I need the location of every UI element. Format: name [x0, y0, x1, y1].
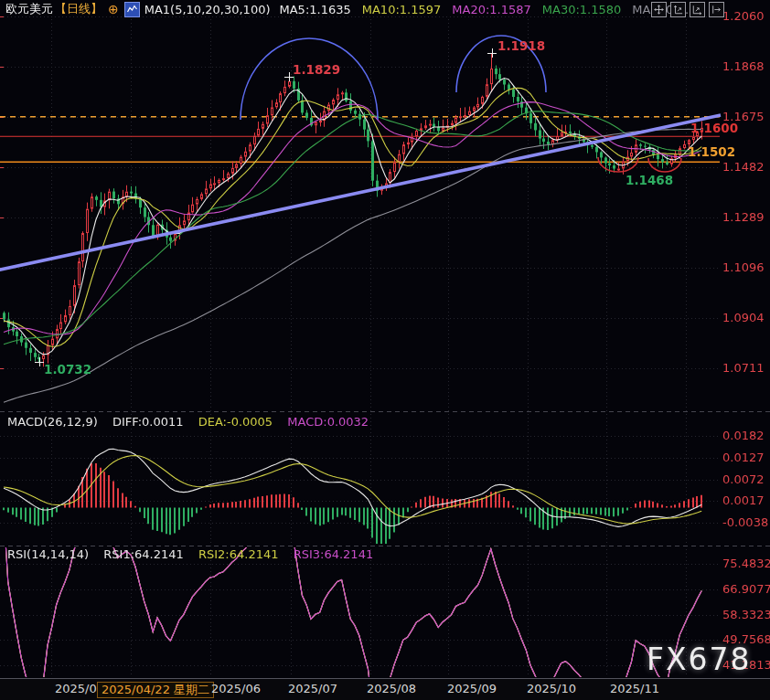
rsi1-value: RSI1:64.2141 [103, 547, 184, 561]
macd-diff-value: DIFF:0.0011 [112, 415, 184, 429]
chart-canvas[interactable] [0, 0, 770, 700]
rsi-header: RSI(14,14,14) RSI1:64.2141 RSI2:64.2141 … [7, 547, 373, 561]
pan-icon[interactable] [651, 2, 667, 17]
macd-tick-label: 0.0072 [722, 472, 765, 486]
time-axis: 2025/042025/04/22 星期二2025/062025/072025/… [0, 678, 770, 700]
macd-dea-value: DEA:-0.0005 [198, 415, 273, 429]
rsi-tick-label: 75.4832 [722, 557, 770, 570]
shift-right-icon[interactable] [709, 2, 724, 17]
trading-chart-window: 欧元美元 【日线】 ⊕ MA1(5,10,20,30,100) MA5:1.16… [0, 0, 770, 700]
time-axis-label: 2025/10 [527, 682, 576, 695]
price-annotation: 1.0732 [44, 362, 91, 377]
price-tick-label: 1.0711 [722, 361, 765, 375]
symbol-name: 欧元美元 [5, 1, 53, 17]
macd-tick-label: -0.0038 [722, 515, 768, 529]
price-annotation: 1.1502 [688, 144, 735, 159]
macd-tick-label: 0.0182 [722, 429, 765, 442]
price-annotation: 1.1918 [497, 38, 545, 53]
add-indicator-icon[interactable]: ⊕ [108, 2, 119, 16]
ma10-value: MA10:1.1597 [362, 3, 442, 16]
macd-header: MACD(26,12,9) DIFF:0.0011 DEA:-0.0005 MA… [7, 415, 369, 429]
axis-zoom-vertical-icon[interactable] [670, 2, 686, 17]
ma5-value: MA5:1.1635 [280, 3, 351, 16]
time-axis-label: 2025/09 [447, 682, 497, 695]
time-axis-label: 2025/08 [367, 682, 416, 695]
rsi-params: RSI(14,14,14) [7, 547, 89, 561]
rsi2-value: RSI2:64.2141 [198, 547, 279, 561]
price-tick-label: 1.0904 [722, 311, 765, 324]
price-tick-label: 1.1096 [722, 260, 765, 274]
rsi3-value: RSI3:64.2141 [294, 547, 374, 561]
macd-value: MACD:0.0032 [287, 415, 369, 429]
rsi-tick-label: 66.9077 [722, 582, 770, 596]
price-tick-label: 1.1868 [722, 59, 765, 73]
ma20-value: MA20:1.1587 [452, 3, 531, 16]
price-tick-label: 1.1482 [722, 160, 765, 174]
axis-zoom-horizontal-icon[interactable] [690, 2, 705, 17]
price-annotation: 1.1600 [690, 121, 738, 135]
time-axis-label: 2025/06 [211, 682, 261, 695]
price-annotation: 1.1468 [626, 173, 673, 187]
ma30-value: MA30:1.1580 [542, 3, 622, 16]
time-axis-label: 2025/07 [288, 682, 337, 695]
crosshair-date-label: 2025/04/22 星期二 [97, 682, 214, 698]
chart-type-icon[interactable] [124, 2, 140, 17]
macd-params: MACD(26,12,9) [7, 415, 98, 429]
watermark: FX678 [647, 642, 752, 677]
ma-settings-label: MA1(5,10,20,30,100) [144, 3, 271, 16]
macd-tick-label: 0.0127 [722, 451, 765, 464]
macd-tick-label: 0.0017 [722, 493, 765, 507]
chart-toolbar [651, 2, 724, 17]
price-annotation: 1.1829 [293, 62, 340, 77]
timeframe-label: 【日线】 [55, 1, 102, 17]
price-tick-label: 1.1289 [722, 210, 765, 224]
time-axis-label: 2025/11 [610, 682, 659, 695]
rsi-tick-label: 58.3323 [722, 608, 770, 621]
